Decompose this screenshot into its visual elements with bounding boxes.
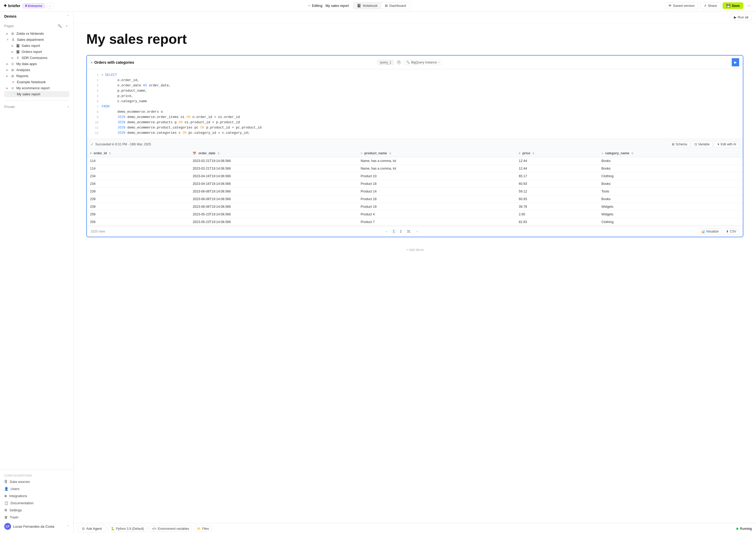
config-item-label: Data sources [10,480,30,484]
sidebar-item-my-sales-report[interactable]: 📄 My sales report [4,91,69,97]
table-cell-order_date: 2023-04-16T19:14:08.566 [190,173,358,180]
code-line-10: 10 JOIN demo_ecommerce.products p ON oi.… [87,120,743,125]
sidebar-item-orders-report[interactable]: ▶ 📓 Orders report [4,49,69,55]
export-buttons: 📊 Visualize ⬇ CSV [698,228,739,235]
table-cell-order_date: 2023-06-06T19:14:08.566 [190,188,358,195]
sidebar-item-users[interactable]: 👤 Users [0,485,73,492]
add-private-button[interactable]: + [67,105,69,109]
col-header-product-name[interactable]: ≡ product_name ⇅ [358,150,516,157]
hash-icon: # [90,152,92,155]
sidebar-item-sdr-comissions[interactable]: ▶ € SDR Comissions [4,55,69,61]
table-cell-order_id: 234 [87,173,190,180]
prev-page-button[interactable]: ‹ [384,229,389,234]
sidebar-item-sales-department[interactable]: ▼ $ Sales department [4,37,69,42]
results-table: # order_id ⇅ 📅 order_date ⇅ [87,150,743,226]
add-block-button[interactable]: + Add block [86,243,743,256]
caret-icon: ▶ [6,87,9,90]
schema-button[interactable]: ⊞ Schema [669,141,690,148]
next-page-button[interactable]: › [414,229,420,234]
sidebar-collapse-button[interactable]: ‹ [47,3,53,9]
table-cell-category_name: Books [598,157,743,165]
more-options-button[interactable]: ··· [745,2,753,10]
share-button[interactable]: ↗ Share [700,2,720,9]
bigquery-icon: 🔍 [406,61,410,64]
bottom-bar: ⊙ Ask Agent 🐍 Python 3.9 (Default) </> E… [74,523,756,534]
env-vars-button[interactable]: </> Environment variables [149,525,192,532]
results-table-container: # order_id ⇅ 📅 order_date ⇅ [87,150,743,226]
chart-icon: 📊 [701,230,705,233]
sidebar-item-settings[interactable]: ⚙ Settings [0,507,73,514]
save-button[interactable]: 💾 Save [722,2,743,9]
sidebar-item-trash[interactable]: 🗑 Trash [0,514,73,521]
edit-with-ai-button[interactable]: ✦ Edit with AI [714,141,739,148]
user-menu-icon[interactable]: ⌃ [66,524,69,528]
enterprise-badge[interactable]: ⊞ Enterprise [23,3,45,8]
col-header-order-id[interactable]: # order_id ⇅ [87,150,190,157]
hash-icon: # [519,152,520,155]
page-1-button[interactable]: 1 [392,229,396,234]
table-cell-order_id: 239 [87,188,190,195]
variable-button[interactable]: ⊡ Variable [691,141,712,148]
sidebar-item-documentation[interactable]: 📋 Documentation [0,499,73,507]
sort-icon: ⇅ [109,152,111,155]
col-header-price[interactable]: # price ⇅ [516,150,598,157]
code-line-1: 1 ▼ SELECT [87,72,743,78]
table-cell-order_id: 114 [87,157,190,165]
saved-version-button[interactable]: 👁 Saved version [665,2,698,9]
code-editor[interactable]: 1 ▼ SELECT 2 o.order_id, 3 o.order_date … [87,69,743,139]
sidebar-item-my-ecommerce-report[interactable]: ▶ ⊙ My ecommerce report [4,85,69,91]
col-header-order-date[interactable]: 📅 order_date ⇅ [190,150,358,157]
query-source[interactable]: 🔍 BigQuery instance ▾ [404,60,442,65]
col-header-category-name[interactable]: ≡ category_name ⇅ [598,150,743,157]
sidebar-item-integrations[interactable]: ⊕ Integrations [0,492,73,499]
csv-button[interactable]: ⬇ CSV [723,228,739,235]
tab-notebook[interactable]: 📓 Notebook [353,2,381,9]
apps-icon: ⊙ [11,62,15,66]
visualize-button[interactable]: 📊 Visualize [698,228,721,235]
ecommerce-icon: ⊙ [11,86,15,90]
pages-add-button[interactable]: + [64,23,69,28]
analyses-icon: ⊞ [11,68,15,72]
sidebar-item-label: My sales report [17,92,40,96]
env-icon: </> [152,527,156,531]
pages-search-button[interactable]: 🔍 [57,23,62,28]
page-2-button[interactable]: 2 [398,229,403,234]
table-row: 2392023-06-06T19:14:08.566Product 1860.9… [87,195,743,203]
ask-agent-button[interactable]: ⊙ Ask Agent [78,525,106,532]
sidebar-item-data-sources[interactable]: 🗄 Data sources [0,478,73,485]
run-button[interactable]: ▶ [732,58,739,66]
content-scroll[interactable]: My sales report ≡ Orders with categories… [74,23,756,523]
python-icon: 🐍 [111,527,115,531]
run-all-button[interactable]: ▶ Run all [730,14,752,21]
sidebar-item-my-data-apps[interactable]: ▶ ⊙ My data apps [4,61,69,67]
table-cell-category_name: Widgets [598,211,743,218]
page-31-button[interactable]: 31 [405,229,412,234]
report-title: My sales report [86,32,743,46]
files-icon: 📁 [197,527,201,531]
sidebar-item-analyses[interactable]: ▶ ⊞ Analyses [4,67,69,73]
user-name: Lucas Fernandes da Costa [13,524,54,528]
chevron-up-icon: ⌃ [66,14,69,18]
table-row: 2562023-05-23T19:14:08.566Product 782.83… [87,218,743,226]
table-cell-product_name: Product 18 [358,195,516,203]
sidebar-demos-header: Demos ⌃ [0,12,73,20]
sidebar-item-label: Orders report [22,50,42,54]
table-row: 2342023-04-16T19:14:08.566Product 1860.9… [87,180,743,188]
table-cell-category_name: Clothing [598,218,743,226]
sidebar-item-reports[interactable]: ▶ ⊞ Reports [4,73,69,79]
table-cell-order_id: 256 [87,211,190,218]
sidebar-item-sales-report[interactable]: ▶ 📓 Sales report [4,42,69,49]
sidebar-private-section: Private + [0,103,73,111]
table-cell-order_id: 239 [87,203,190,211]
play-icon: ▶ [734,15,737,19]
sidebar-item-zelda[interactable]: ▶ ⊞ Zelda vs Nintendo [4,31,69,37]
python-env-button[interactable]: 🐍 Python 3.9 (Default) [108,525,147,532]
sidebar-item-example-notebook[interactable]: ≡ Example Notebook [4,79,69,85]
collapse-icon: ‹ [49,4,50,7]
editing-label: ✏ Editing My sales report [308,4,349,8]
tab-dashboard[interactable]: ⊞ Dashboard [381,2,410,9]
files-button[interactable]: 📁 Files [194,525,212,532]
sidebar-bottom: Configurations 🗄 Data sources 👤 Users ⊕ … [0,469,73,534]
code-line-11: 11 JOIN demo_ecommerce.product_categorie… [87,125,743,130]
query-info-icon[interactable]: ? [396,60,401,65]
